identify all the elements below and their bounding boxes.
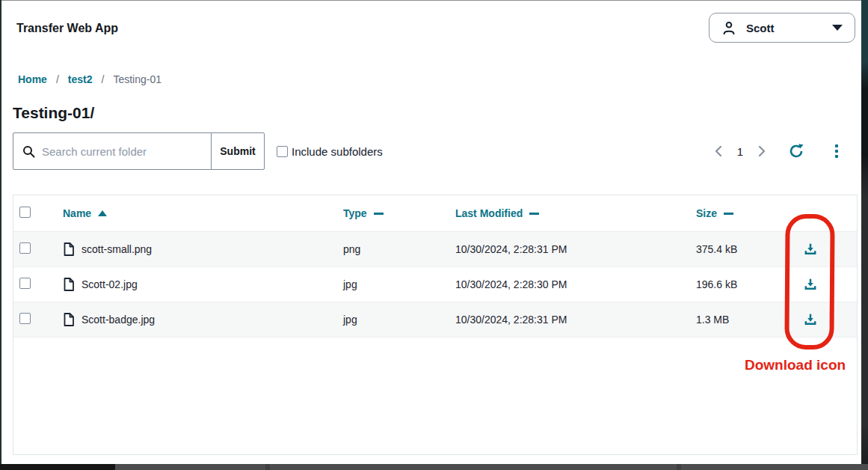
table-body: scott-small.png png 10/30/2024, 2:28:31 …: [13, 232, 857, 338]
user-menu-button[interactable]: Scott: [709, 13, 855, 43]
table-row: Scott-02.jpg jpg 10/30/2024, 2:28:30 PM …: [13, 267, 857, 302]
breadcrumb: Home / test2 / Testing-01: [18, 73, 161, 85]
file-name[interactable]: Scott-badge.jpg: [81, 314, 155, 326]
window-right-edge-strip: [861, 0, 868, 470]
file-last-modified: 10/30/2024, 2:28:31 PM: [455, 243, 696, 255]
window-top-border: [0, 0, 868, 1]
column-header-name[interactable]: Name: [63, 207, 343, 219]
file-type: png: [343, 243, 455, 255]
row-checkbox[interactable]: [19, 278, 31, 289]
include-subfolders-checkbox[interactable]: [277, 146, 288, 157]
file-type: jpg: [343, 278, 455, 290]
file-type: jpg: [343, 314, 455, 326]
download-button[interactable]: [801, 240, 819, 258]
refresh-button[interactable]: [787, 141, 806, 161]
download-tray-icon: [804, 313, 817, 326]
file-last-modified: 10/30/2024, 2:28:30 PM: [455, 278, 696, 290]
app-title: Transfer Web App: [16, 22, 118, 35]
submit-button[interactable]: Submit: [211, 132, 265, 170]
document-icon: [63, 242, 75, 256]
kebab-vertical-icon: [835, 144, 838, 158]
column-header-size[interactable]: Size: [696, 207, 764, 219]
breadcrumb-test2[interactable]: test2: [68, 73, 93, 85]
table-header-row: Name Type Last Modified Size: [13, 195, 857, 232]
breadcrumb-current: Testing-01: [113, 73, 161, 85]
taskbar-separator: [677, 464, 681, 470]
column-header-last-modified[interactable]: Last Modified: [455, 207, 696, 219]
table-row: scott-small.png png 10/30/2024, 2:28:31 …: [13, 232, 857, 267]
page-title: Testing-01/: [13, 104, 94, 122]
file-size: 1.3 MB: [696, 314, 764, 326]
taskbar-separator: [265, 464, 270, 470]
page-number: 1: [733, 145, 748, 158]
document-icon: [63, 313, 75, 326]
download-tray-icon: [804, 242, 817, 256]
user-name: Scott: [746, 22, 775, 34]
file-size: 375.4 kB: [696, 243, 764, 255]
previous-page-button[interactable]: [709, 141, 728, 161]
file-table: Name Type Last Modified Size scott-small…: [13, 195, 858, 455]
chevron-right-icon: [757, 145, 766, 157]
file-name[interactable]: scott-small.png: [81, 243, 152, 255]
chevron-left-icon: [714, 145, 723, 157]
window-left-border: [0, 0, 1, 470]
dash-icon: [724, 213, 733, 215]
taskbar-dark-segment: [0, 464, 115, 470]
select-all-checkbox[interactable]: [19, 207, 31, 218]
circular-arrow-icon: [788, 143, 804, 159]
pagination: 1: [709, 132, 846, 170]
file-last-modified: 10/30/2024, 2:28:31 PM: [455, 314, 696, 326]
search-input[interactable]: [42, 145, 191, 158]
document-icon: [63, 278, 75, 291]
caret-down-icon: [832, 25, 843, 31]
person-icon: [721, 20, 736, 36]
table-row: Scott-badge.jpg jpg 10/30/2024, 2:28:31 …: [13, 302, 857, 338]
search-group: Submit: [13, 132, 265, 170]
taskbar-strip: [0, 464, 868, 470]
include-subfolders-option[interactable]: Include subfolders: [277, 132, 383, 170]
triangle-up-icon: [98, 210, 107, 216]
dash-icon: [529, 213, 539, 215]
magnifier-icon: [22, 145, 35, 158]
include-subfolders-label: Include subfolders: [292, 145, 383, 158]
breadcrumb-separator: /: [101, 73, 104, 85]
annotation-label: Download icon: [745, 357, 846, 373]
download-button[interactable]: [801, 311, 819, 329]
column-header-type[interactable]: Type: [343, 207, 455, 219]
row-checkbox[interactable]: [19, 242, 31, 254]
download-button[interactable]: [801, 275, 819, 293]
file-size: 196.6 kB: [696, 278, 764, 290]
row-checkbox[interactable]: [19, 313, 31, 324]
breadcrumb-home[interactable]: Home: [18, 73, 47, 85]
overflow-menu-button[interactable]: [827, 141, 846, 161]
dash-icon: [374, 213, 384, 215]
download-tray-icon: [804, 278, 817, 291]
breadcrumb-separator: /: [56, 73, 59, 85]
file-name[interactable]: Scott-02.jpg: [81, 278, 138, 290]
next-page-button[interactable]: [752, 141, 772, 161]
search-box[interactable]: [13, 132, 212, 170]
